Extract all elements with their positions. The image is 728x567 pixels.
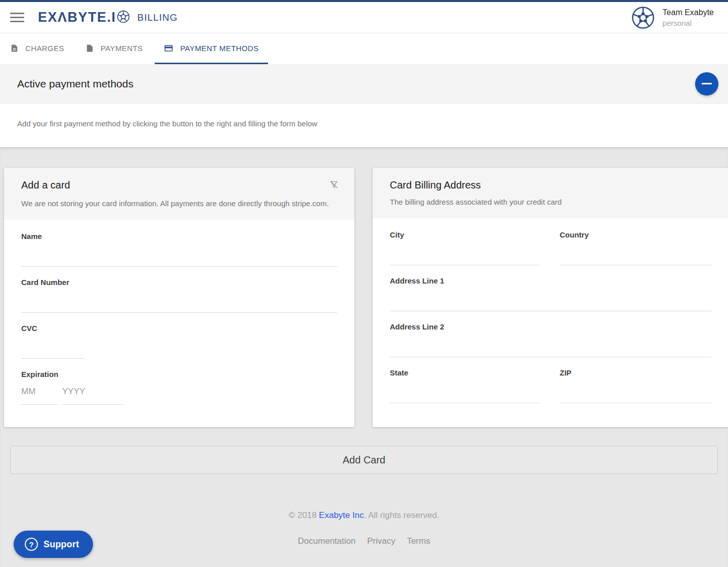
add-card-panel: Add a card We are not storing your card …: [4, 168, 354, 427]
team-type: personal: [663, 19, 714, 27]
support-label: Support: [43, 539, 79, 550]
active-payment-methods-header: Active payment methods: [0, 64, 728, 104]
team-avatar: [631, 6, 655, 29]
tab-charges[interactable]: CHARGES: [1, 33, 73, 64]
name-label: Name: [21, 232, 337, 241]
team-name: Team Exabyte: [663, 8, 714, 17]
country-input[interactable]: [560, 239, 712, 265]
app-header: EXΛBYTE.I BILLING: [0, 2, 728, 33]
team-selector[interactable]: Team Exabyte personal: [631, 6, 714, 29]
support-button[interactable]: ? Support: [14, 531, 93, 558]
brand-logo[interactable]: EXΛBYTE.I BILLING: [38, 10, 177, 25]
billing-tabs: CHARGES PAYMENTS PAYMENT METHODS: [0, 33, 728, 64]
payment-form-area: Add a card We are not storing your card …: [0, 147, 728, 567]
tab-label: PAYMENT METHODS: [180, 44, 258, 53]
document-icon: [10, 44, 19, 53]
copyright-text: © 2018 Exabyte Inc. All rights reserved.: [0, 510, 728, 521]
soccer-ball-logo-icon: [117, 10, 130, 25]
documentation-link[interactable]: Documentation: [298, 536, 355, 546]
menu-icon[interactable]: [10, 13, 24, 22]
expiration-year-input[interactable]: [62, 379, 124, 405]
brand-text: EXΛBYTE.I: [38, 10, 116, 25]
add-card-title: Add a card: [21, 179, 70, 191]
terms-link[interactable]: Terms: [407, 536, 430, 546]
question-circle-icon: ?: [25, 538, 38, 551]
billing-address-title: Card Billing Address: [390, 179, 712, 191]
section-title: Active payment methods: [17, 78, 133, 90]
add-card-subtitle: We are not storing your card information…: [21, 199, 337, 208]
zip-label: ZIP: [560, 368, 712, 377]
card-number-label: Card Number: [21, 278, 337, 287]
country-label: Country: [560, 230, 712, 239]
expiration-label: Expiration: [21, 370, 337, 379]
zip-input[interactable]: [560, 377, 712, 403]
state-label: State: [390, 368, 540, 377]
billing-address-panel-header: Card Billing Address The billing address…: [373, 168, 728, 218]
billing-address-subtitle: The billing address associated with your…: [390, 198, 712, 206]
add-card-button[interactable]: Add Card: [10, 446, 718, 474]
tab-label: PAYMENTS: [101, 44, 143, 53]
billing-address-panel: Card Billing Address The billing address…: [373, 168, 728, 427]
company-link[interactable]: Exabyte Inc: [319, 510, 364, 520]
privacy-link[interactable]: Privacy: [367, 536, 395, 546]
address-line1-input[interactable]: [390, 285, 712, 311]
cvc-label: CVC: [21, 324, 337, 333]
tab-payments[interactable]: PAYMENTS: [76, 33, 152, 64]
collapse-section-button[interactable]: [695, 72, 718, 96]
state-input[interactable]: [390, 377, 540, 403]
page-footer: © 2018 Exabyte Inc. All rights reserved.…: [0, 510, 728, 546]
cvc-input[interactable]: [21, 333, 84, 359]
expiration-month-input[interactable]: [21, 379, 57, 405]
address-line1-label: Address Line 1: [390, 276, 712, 285]
address-line2-label: Address Line 2: [390, 322, 712, 331]
section-description-band: Add your first payment method by clickin…: [0, 104, 728, 147]
credit-card-icon: [164, 43, 173, 53]
filter-off-icon: [329, 184, 339, 192]
page-title: BILLING: [138, 12, 178, 23]
minus-icon: [702, 83, 712, 84]
city-label: City: [390, 230, 540, 239]
section-description: Add your first payment method by clickin…: [17, 119, 711, 128]
tab-label: CHARGES: [25, 44, 64, 53]
address-line2-input[interactable]: [390, 331, 712, 357]
clear-form-button[interactable]: [328, 178, 340, 193]
name-input[interactable]: [21, 241, 337, 267]
document-icon: [85, 44, 94, 53]
card-number-input[interactable]: [21, 287, 337, 313]
add-card-panel-header: Add a card We are not storing your card …: [4, 168, 354, 220]
tab-payment-methods[interactable]: PAYMENT METHODS: [155, 33, 267, 64]
city-input[interactable]: [390, 239, 540, 265]
